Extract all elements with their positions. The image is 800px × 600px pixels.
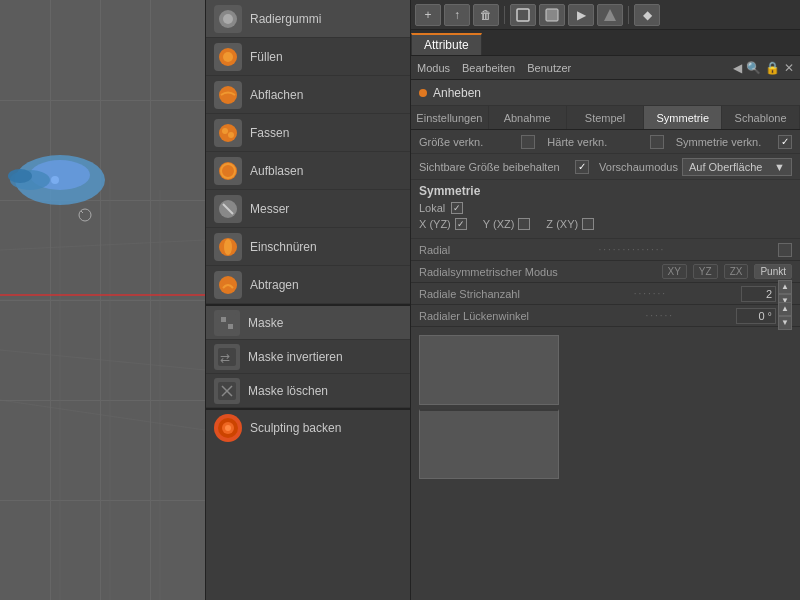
xyz-row: X (YZ) ✓ Y (XZ) Z (XY) — [419, 218, 792, 230]
tab-attribute[interactable]: Attribute — [411, 33, 482, 55]
lokal-checkbox[interactable]: ✓ — [451, 202, 463, 214]
submenu-benutzer[interactable]: Benutzer — [527, 62, 571, 74]
lueckenwinkel-row: Radialer Lückenwinkel ······ ▲ ▼ — [411, 305, 800, 327]
svg-point-18 — [223, 52, 233, 62]
abflachen-label: Abflachen — [250, 88, 303, 102]
viewport-3d-object — [0, 0, 205, 600]
toolbar-btn5[interactable] — [539, 4, 565, 26]
stab-einstellungen[interactable]: Einstellungen — [411, 106, 489, 129]
axis-xy-btn[interactable]: XY — [662, 264, 687, 279]
fuellen-label: Füllen — [250, 50, 283, 64]
lueckenwinkel-spinners: ▲ ▼ — [778, 302, 792, 330]
right-panel: + ↑ 🗑 ▶ ◆ Attribute Modus Bearbeiten Ben… — [410, 0, 800, 600]
lueckenwinkel-down-btn[interactable]: ▼ — [778, 316, 792, 330]
svg-text:⇄: ⇄ — [220, 351, 230, 365]
toolbar-btn4[interactable] — [510, 4, 536, 26]
strichanzahl-input[interactable] — [741, 286, 776, 302]
preview-box-1 — [419, 335, 559, 405]
svg-point-40 — [225, 425, 231, 431]
axis-punkt-btn[interactable]: Punkt — [754, 264, 792, 279]
z-xy-item: Z (XY) — [546, 218, 594, 230]
svg-line-2 — [0, 400, 205, 430]
hardness-checkbox[interactable] — [650, 135, 664, 149]
tab-bar: Attribute — [411, 30, 800, 56]
tool-fassen[interactable]: Fassen — [206, 114, 410, 152]
size-row: Größe verkn. Härte verkn. Symmetrie verk… — [411, 130, 800, 154]
toolbar-add-btn[interactable]: + — [415, 4, 441, 26]
maske-loeschen-label: Maske löschen — [248, 384, 328, 398]
aufblasen-label: Aufblasen — [250, 164, 303, 178]
svg-rect-32 — [228, 324, 233, 329]
bake-button[interactable]: Sculpting backen — [206, 408, 410, 446]
radial-checkbox[interactable] — [778, 243, 792, 257]
section-title-text: Anheben — [433, 86, 481, 100]
tool-abflachen[interactable]: Abflachen — [206, 76, 410, 114]
stab-symmetrie[interactable]: Symmetrie — [644, 106, 722, 129]
close-icon[interactable]: ✕ — [784, 61, 794, 75]
toolbar-btn8[interactable]: ◆ — [634, 4, 660, 26]
messer-icon — [214, 195, 242, 223]
radial-dots: ·············· — [599, 244, 779, 255]
dropdown-arrow-icon: ▼ — [774, 161, 785, 173]
fassen-icon — [214, 119, 242, 147]
lueckenwinkel-up-btn[interactable]: ▲ — [778, 302, 792, 316]
strichanzahl-label: Radiale Strichanzahl — [419, 288, 634, 300]
fuellen-icon — [214, 43, 242, 71]
fassen-label: Fassen — [250, 126, 289, 140]
vorschau-label: Vorschaumodus — [599, 161, 678, 173]
svg-rect-30 — [218, 314, 236, 332]
search-icon[interactable]: 🔍 — [746, 61, 761, 75]
symmetrie-section: Symmetrie Lokal ✓ X (YZ) ✓ Y (XZ) Z (XY) — [411, 180, 800, 239]
svg-rect-31 — [221, 317, 226, 322]
stab-schablone[interactable]: Schablone — [722, 106, 800, 129]
mask-maske-invertieren[interactable]: ⇄ Maske invertieren — [206, 340, 410, 374]
abtragen-icon — [214, 271, 242, 299]
svg-line-14 — [81, 211, 83, 213]
toolbar-up-btn[interactable]: ↑ — [444, 4, 470, 26]
mask-maske-loeschen[interactable]: Maske löschen — [206, 374, 410, 408]
settings-tabs: Einstellungen Abnahme Stempel Symmetrie … — [411, 106, 800, 130]
bake-icon — [214, 414, 242, 442]
y-xz-checkbox[interactable] — [518, 218, 530, 230]
axis-yz-btn[interactable]: YZ — [693, 264, 718, 279]
tool-abtragen[interactable]: Abtragen — [206, 266, 410, 304]
maske-invertieren-label: Maske invertieren — [248, 350, 343, 364]
toolbar-btn6[interactable]: ▶ — [568, 4, 594, 26]
strichanzahl-up-btn[interactable]: ▲ — [778, 280, 792, 294]
svg-line-1 — [0, 350, 205, 370]
submenu-bearbeiten[interactable]: Bearbeiten — [462, 62, 515, 74]
sym-verkn-checkbox[interactable]: ✓ — [778, 135, 792, 149]
maske-loeschen-icon — [214, 378, 240, 404]
stab-abnahme[interactable]: Abnahme — [489, 106, 567, 129]
tool-einschnueren[interactable]: Einschnüren — [206, 228, 410, 266]
tool-radiergummi[interactable]: Radiergummi — [206, 0, 410, 38]
z-xy-checkbox[interactable] — [582, 218, 594, 230]
toolbar-btn7[interactable] — [597, 4, 623, 26]
arrow-left-icon[interactable]: ◀ — [733, 61, 742, 75]
toolbar-delete-btn[interactable]: 🗑 — [473, 4, 499, 26]
visible-checkbox[interactable]: ✓ — [575, 160, 589, 174]
bake-label: Sculpting backen — [250, 421, 341, 435]
section-dot — [419, 89, 427, 97]
top-toolbar: + ↑ 🗑 ▶ ◆ — [411, 0, 800, 30]
lueckenwinkel-dots: ······ — [645, 310, 736, 321]
submenu-modus[interactable]: Modus — [417, 62, 450, 74]
abtragen-label: Abtragen — [250, 278, 299, 292]
stab-stempel[interactable]: Stempel — [567, 106, 645, 129]
tool-aufblasen[interactable]: Aufblasen — [206, 152, 410, 190]
svg-point-12 — [51, 176, 59, 184]
visible-row: Sichtbare Größe beibehalten ✓ Vorschaumo… — [411, 154, 800, 180]
mask-maske[interactable]: Maske — [206, 306, 410, 340]
svg-point-22 — [228, 132, 234, 138]
vorschau-dropdown[interactable]: Auf Oberfläche ▼ — [682, 158, 792, 176]
strichanzahl-row: Radiale Strichanzahl ······· ▲ ▼ — [411, 283, 800, 305]
tool-messer[interactable]: Messer — [206, 190, 410, 228]
tool-fuellen[interactable]: Füllen — [206, 38, 410, 76]
svg-point-13 — [79, 209, 91, 221]
size-checkbox[interactable] — [521, 135, 535, 149]
lock-icon[interactable]: 🔒 — [765, 61, 780, 75]
axis-zx-btn[interactable]: ZX — [724, 264, 749, 279]
lueckenwinkel-input[interactable] — [736, 308, 776, 324]
x-yz-checkbox[interactable]: ✓ — [455, 218, 467, 230]
symmetrie-title: Symmetrie — [419, 184, 792, 198]
